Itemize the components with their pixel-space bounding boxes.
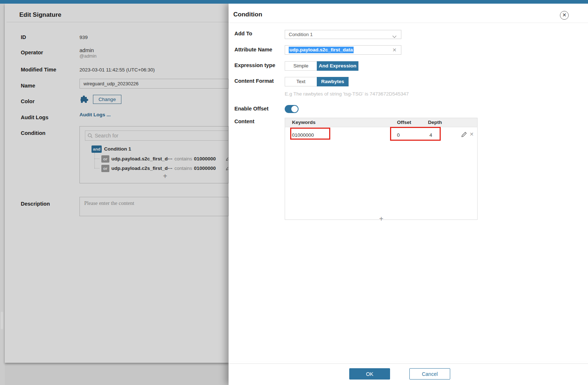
add-to-value: Condition 1: [289, 32, 313, 37]
enable-offset-toggle[interactable]: [285, 105, 299, 113]
condition-root-name: Condition 1: [104, 146, 131, 152]
top-bar: [0, 0, 588, 4]
expression-type-toggle: Simple And Expression: [285, 61, 359, 71]
divider: [7, 22, 229, 22]
condition-dialog-title: Condition: [233, 11, 262, 18]
or-badge: or: [101, 155, 109, 163]
add-to-select[interactable]: Condition 1: [285, 30, 401, 39]
change-color-button[interactable]: Change: [93, 95, 121, 104]
search-icon: [87, 133, 93, 138]
rawbytes-hint: E.g The rawbytes of string 'tsg-TSG' is …: [285, 91, 409, 97]
edit-pencil-icon[interactable]: [226, 165, 229, 171]
operator-subvalue: @admin: [79, 54, 97, 59]
content-table-header: Keywords Offset Depth: [285, 118, 477, 127]
condition-search-input[interactable]: [85, 131, 229, 141]
attribute-name-label: Attribute Name: [234, 47, 272, 52]
content-table-row: 01000000 0 4 ✕: [285, 128, 477, 143]
condition-label: Condition: [21, 130, 46, 136]
attribute-name-input[interactable]: udp.payload.s2c_first_data ✕: [285, 45, 401, 55]
clear-icon[interactable]: ✕: [392, 47, 397, 53]
rule-attribute: udp.payload.c2s_first_d···: [112, 166, 173, 171]
name-input[interactable]: [79, 79, 229, 89]
rule-operator: contains: [175, 156, 192, 162]
operator-label: Operator: [21, 50, 43, 55]
tree-connector: [94, 159, 100, 159]
tree-connector: [94, 168, 100, 168]
audit-logs-link[interactable]: Audit Logs ...: [79, 112, 111, 117]
add-content-row-button[interactable]: +: [379, 215, 383, 223]
or-badge: or: [101, 165, 109, 172]
modified-time-label: Modified Time: [21, 67, 56, 73]
description-label: Description: [21, 201, 50, 207]
ok-button[interactable]: OK: [349, 368, 390, 380]
id-value: 939: [79, 35, 88, 40]
modified-time-value: 2023-03-01 11:42:55 (UTC+06:30): [79, 67, 155, 73]
close-icon[interactable]: ✕: [560, 11, 569, 20]
keywords-highlight-annotation: [290, 128, 330, 140]
puzzle-icon: [80, 94, 90, 104]
background-page: Edit Signature ID 939 Operator admin @ad…: [0, 4, 229, 385]
edit-pencil-icon[interactable]: [226, 155, 229, 161]
content-format-option-text[interactable]: Text: [285, 77, 317, 86]
expression-type-option-simple[interactable]: Simple: [285, 62, 317, 70]
rule-value: 01000000: [194, 156, 216, 162]
rule-value: 01000000: [194, 166, 216, 171]
condition-rule-row[interactable]: orudp.payload.s2c_first_d···contains0100…: [101, 155, 216, 162]
enable-offset-label: Enable Offset: [234, 106, 268, 112]
delete-row-icon[interactable]: ✕: [470, 131, 474, 137]
cancel-button[interactable]: Cancel: [409, 368, 450, 380]
add-condition-button[interactable]: +: [163, 172, 167, 180]
column-header-offset: Offset: [397, 120, 411, 125]
column-header-keywords: Keywords: [292, 120, 316, 125]
color-label: Color: [21, 98, 35, 104]
condition-dialog: Condition ✕ Add To Condition 1 Attribute…: [229, 4, 588, 385]
left-scrollbar-track: [0, 4, 5, 385]
rule-attribute: udp.payload.s2c_first_d···: [112, 156, 173, 162]
left-scrollbar-thumb[interactable]: [1, 312, 3, 329]
condition-rule-row[interactable]: orudp.payload.c2s_first_d···contains0100…: [101, 165, 216, 171]
expression-type-label: Expression type: [234, 62, 275, 68]
edit-pencil-icon[interactable]: [461, 131, 467, 137]
toggle-knob: [291, 106, 298, 112]
id-label: ID: [21, 34, 26, 40]
edit-signature-dialog: Edit Signature ID 939 Operator admin @ad…: [5, 4, 229, 363]
audit-logs-label: Audit Logs: [21, 114, 48, 120]
add-to-label: Add To: [234, 31, 252, 36]
condition-tree-panel: andCondition 1 orudp.payload.s2c_first_d…: [79, 126, 229, 183]
content-format-toggle: Text Rawbytes: [285, 77, 349, 86]
expression-type-option-and-expression[interactable]: And Expression: [317, 61, 358, 71]
content-format-label: Content Format: [234, 78, 274, 84]
rule-operator: contains: [175, 166, 192, 171]
divider: [229, 23, 588, 23]
content-label: Content: [234, 118, 254, 124]
operator-value: admin: [79, 47, 94, 53]
description-textarea[interactable]: [79, 197, 229, 216]
chevron-down-icon: [392, 33, 397, 36]
content-table: Keywords Offset Depth 01000000 0 4 ✕ +: [285, 118, 478, 220]
content-format-option-rawbytes[interactable]: Rawbytes: [317, 77, 348, 86]
column-header-depth: Depth: [428, 120, 442, 125]
footer-divider: [229, 363, 588, 364]
and-badge: and: [91, 145, 102, 153]
offset-depth-highlight-annotation: [390, 127, 441, 141]
edit-signature-title: Edit Signature: [19, 11, 61, 19]
attribute-name-selected-text: udp.payload.s2c_first_data: [289, 47, 354, 53]
name-label: Name: [21, 83, 35, 89]
condition-tree-root[interactable]: andCondition 1: [91, 145, 131, 152]
tree-connector: [94, 153, 95, 168]
